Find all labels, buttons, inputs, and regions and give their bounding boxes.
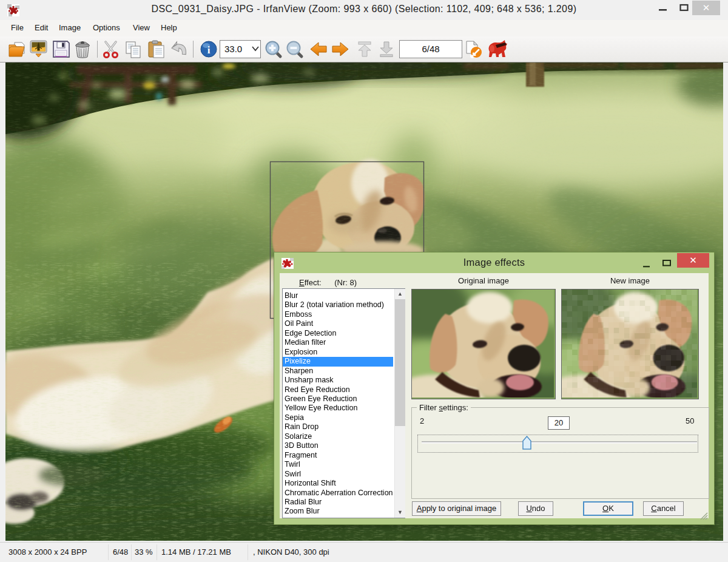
svg-text:i: i	[207, 44, 211, 56]
